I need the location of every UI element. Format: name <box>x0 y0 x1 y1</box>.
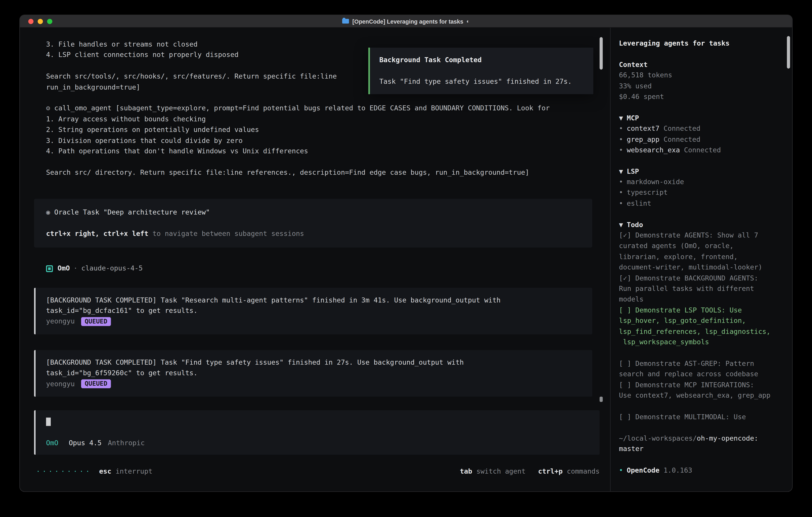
lsp-name: markdown-oxide <box>627 178 684 186</box>
separator-dot: · <box>74 263 78 274</box>
agent-name: OmO <box>58 263 70 274</box>
background-task-message: [BACKGROUND TASK COMPLETED] Task "Resear… <box>34 288 592 334</box>
lsp-item: •markdown-oxide <box>619 177 784 188</box>
message-line: [BACKGROUND TASK COMPLETED] Task "Find t… <box>46 357 582 368</box>
close-button[interactable] <box>28 19 33 24</box>
terminal-line: 1. Array access without bounds checking <box>34 114 600 125</box>
background-task-message: [BACKGROUND TASK COMPLETED] Task "Find t… <box>34 350 592 397</box>
zoom-button[interactable] <box>47 19 52 24</box>
toast-title: Background Task Completed <box>379 55 584 65</box>
todo-item: [ ] Demonstrate LSP TOOLS: Use lsp_hover… <box>619 305 784 348</box>
message-line: [BACKGROUND TASK COMPLETED] Task "Resear… <box>46 295 582 305</box>
model-status-line: OmOOpus 4.5Anthropic <box>46 438 589 448</box>
input-provider-name: Anthropic <box>108 439 145 446</box>
oracle-task-panel: ◉ Oracle Task "Deep architecture review"… <box>34 199 592 248</box>
todo-item: [ ] Demonstrate MULTIMODAL: Use <box>619 412 784 423</box>
bullet-icon: • <box>619 125 623 132</box>
folder-icon <box>343 19 349 24</box>
message-line: task_id="bg_6f59260c" to get results. <box>46 368 582 379</box>
message-line: task_id="bg_dcfac161" to get results. <box>46 306 582 316</box>
gear-icon: ⚙ <box>46 104 50 112</box>
record-icon: ◉ <box>46 208 50 216</box>
spacer-line <box>619 455 784 465</box>
app-version: 1.0.163 <box>664 466 692 474</box>
queued-badge: QUEUED <box>81 379 111 388</box>
bullet-icon: • <box>619 146 623 154</box>
main-scrollbar-thumb[interactable] <box>600 37 603 70</box>
ctrlp-key-hint: ctrl+p <box>538 467 563 475</box>
bullet-icon: • <box>619 466 623 474</box>
input-cursor-line <box>46 416 589 427</box>
terminal-line: Search src/ directory. Return specific f… <box>34 167 600 178</box>
lsp-name: typescript <box>627 189 668 196</box>
hint-keys: ctrl+x right, ctrl+x left <box>46 230 148 238</box>
context-spent: $0.46 spent <box>619 91 784 102</box>
lsp-heading: LSP <box>627 167 639 175</box>
mcp-heading: MCP <box>627 114 639 122</box>
workspace-path: ~/local-workspaces/oh-my-opencode: <box>619 433 784 444</box>
agent-square-icon <box>46 265 53 272</box>
sidebar-scrollbar-thumb[interactable] <box>787 36 790 69</box>
minimize-button[interactable] <box>38 19 43 24</box>
status-bar: ········· escinterrupt tabswitch agent c… <box>36 466 600 477</box>
spacer-line <box>46 427 589 438</box>
esc-key-label: interrupt <box>116 466 152 477</box>
agent-header: OmO · claude-opus-4-5 <box>34 263 600 274</box>
chevron-down-icon: ▼ <box>619 114 623 122</box>
session-title: Leveraging agents for tasks <box>619 38 784 49</box>
workspace-branch: master <box>619 444 784 455</box>
background-task-toast[interactable]: Background Task Completed Task "Find typ… <box>368 48 593 94</box>
message-author: yeongyu <box>46 316 75 327</box>
lsp-item: •eslint <box>619 198 784 209</box>
mcp-item: •context7 Connected <box>619 124 784 134</box>
terminal-line: 3. Division operations that could divide… <box>34 135 600 146</box>
tab-key-hint: tab <box>460 466 472 477</box>
oracle-task-title-line: ◉ Oracle Task "Deep architecture review" <box>46 207 582 218</box>
spacer-line <box>379 65 584 76</box>
esc-key-hint: esc <box>99 466 111 477</box>
todo-item: [ ] Demonstrate AST-GREP: Pattern search… <box>619 358 784 380</box>
spacer-line <box>46 218 582 228</box>
context-heading: Context <box>619 60 784 70</box>
mcp-item: •websearch_exa Connected <box>619 145 784 156</box>
terminal-line: 4. Path operations that don't handle Win… <box>34 146 600 157</box>
session-sidebar: Leveraging agents for tasks Context 66,5… <box>610 28 792 491</box>
main-scrollbar-marker[interactable] <box>600 397 603 402</box>
terminal-main-pane: 3. File handles or streams not closed 4.… <box>20 28 610 491</box>
window-title-area: [OpenCode] Leveraging agents for tasks ◐ <box>20 15 792 27</box>
mcp-name: websearch_exa <box>627 146 680 154</box>
message-meta: yeongyu QUEUED <box>46 379 582 389</box>
spinner-dots-icon: ········· <box>36 466 92 477</box>
window-title: [OpenCode] Leveraging agents for tasks <box>352 18 463 24</box>
workspace-repo: oh-my-opencode: <box>697 434 758 442</box>
spacer-line <box>619 209 784 219</box>
todo-item: [✓] Demonstrate BACKGROUND AGENTS: Run p… <box>619 273 784 305</box>
navigation-hint: ctrl+x right, ctrl+x left to navigate be… <box>46 228 582 239</box>
lsp-section-header[interactable]: ▼LSP <box>619 166 784 177</box>
bullet-icon: • <box>619 189 623 196</box>
message-meta: yeongyu QUEUED <box>46 316 582 327</box>
app-version-row: •OpenCode 1.0.163 <box>619 465 784 476</box>
todo-section-header[interactable]: ▼Todo <box>619 219 784 230</box>
message-author: yeongyu <box>46 379 75 389</box>
queued-badge: QUEUED <box>81 317 111 326</box>
spacer-line <box>34 157 600 167</box>
mcp-section-header[interactable]: ▼MCP <box>619 113 784 124</box>
spacer-line <box>619 156 784 166</box>
lsp-name: eslint <box>627 199 651 207</box>
spacer-line <box>619 102 784 113</box>
prompt-input[interactable]: OmOOpus 4.5Anthropic <box>34 410 600 455</box>
terminal-line: 2. String operations on potentially unde… <box>34 125 600 135</box>
mcp-name: grep_app <box>627 135 660 143</box>
mcp-status: Connected <box>664 135 700 143</box>
mcp-status: Connected <box>664 125 700 132</box>
moon-icon: ◐ <box>467 19 470 24</box>
input-agent-name: OmO <box>46 439 58 446</box>
spacer-line <box>619 49 784 59</box>
input-model-name: Opus 4.5 <box>69 439 102 446</box>
app-name: OpenCode <box>627 466 660 474</box>
todo-item: [✓] Demonstrate AGENTS: Show all 7 curat… <box>619 230 784 273</box>
text-cursor <box>46 418 51 426</box>
tool-call-text: call_omo_agent [subagent_type=explore, p… <box>54 104 550 112</box>
mcp-status: Connected <box>684 146 721 154</box>
